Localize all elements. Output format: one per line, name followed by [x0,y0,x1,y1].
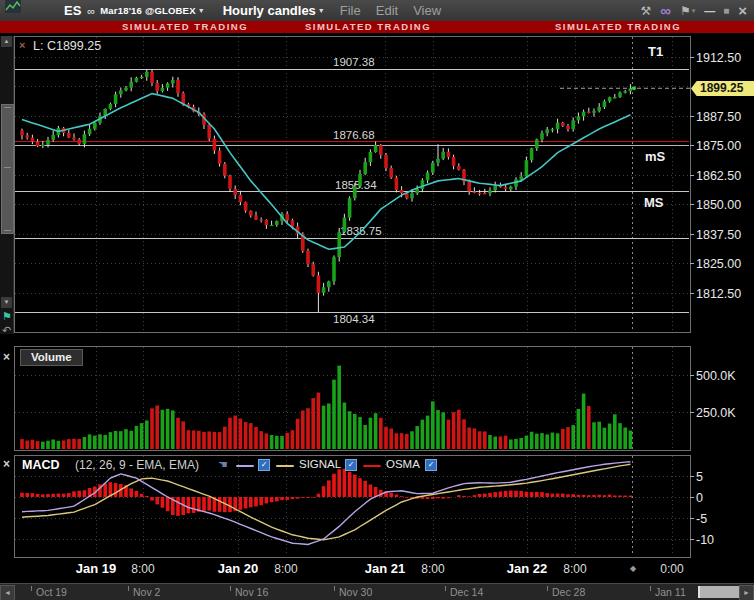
banner-text: SIMULATED TRADING [555,21,681,33]
chart-canvas[interactable]: 1912.501887.501875.001862.501850.001837.… [0,0,754,600]
axis-time-label: 8:00 [274,562,297,576]
signal-checkbox[interactable]: ✓ [345,459,357,471]
svg-text:500.0K: 500.0K [696,369,736,383]
macd-line-checkbox[interactable]: ✓ [258,459,270,471]
timeline-label: Nov 16 [235,586,268,598]
symbol-label[interactable]: ES [64,3,81,18]
volume-panel-label: Volume [20,349,83,366]
osma-checkbox[interactable]: ✓ [425,459,437,471]
time-axis: ◆ Jan 19Jan 20Jan 21Jan 228:008:008:008:… [0,558,754,582]
svg-text:1907.38: 1907.38 [333,56,375,68]
timeline-label: Nov 2 [133,586,160,598]
axis-date-label: Jan 21 [365,561,405,576]
flag-icon[interactable]: ⚑ [680,4,691,18]
hand-icon[interactable]: ☚ [218,458,228,471]
timeline-tick [445,586,446,591]
undo-icon[interactable]: ↶ [2,324,11,337]
link-icon[interactable]: ∞ [660,2,671,19]
panel-borders [14,36,690,557]
timeline-tick [31,586,32,591]
axis-time-label: 8:00 [563,562,586,576]
chevron-down-icon[interactable]: ▼ [198,7,205,14]
current-time-marker: ◆ [630,564,636,573]
signal-line-swatch [276,465,294,467]
svg-text:1812.50: 1812.50 [696,287,741,301]
price-scrollbar[interactable]: ▲ ▼ [0,36,14,334]
osma-swatch [363,465,381,467]
close-macd-button[interactable]: × [3,457,10,471]
svg-text:-10: -10 [696,533,714,547]
timeline-thumb[interactable] [698,586,742,598]
menu-view[interactable]: View [413,3,441,18]
timeline-tick [128,586,129,591]
scroll-down-button[interactable]: ▼ [1,297,12,308]
timeline-label: Oct 19 [36,586,67,598]
remove-study-button[interactable]: × [19,39,25,51]
close-button[interactable]: × [738,2,747,19]
osma-label: OSMA [386,458,420,470]
last-price-dot [632,86,636,90]
wrench-icon[interactable]: ⚒ [640,4,651,18]
axis-date-label: Jan 20 [218,561,258,576]
banner-text: SIMULATED TRADING [305,21,431,33]
simulated-trading-banner: SIMULATED TRADING SIMULATED TRADING SIMU… [0,21,754,33]
volume-bars [20,366,632,449]
axis-date-label: Jan 22 [507,561,547,576]
svg-text:250.0K: 250.0K [696,406,736,420]
svg-text:0: 0 [696,491,703,505]
timeline-label: Jan 11 [655,586,686,598]
timeline-tick [230,586,231,591]
pin-icon[interactable]: ⚑ [2,310,12,323]
svg-text:1876.68: 1876.68 [333,129,375,141]
scrollbar-thumb[interactable] [1,104,14,234]
marker-ms-major: MS [644,195,664,210]
axis-time-label: 8:00 [131,562,154,576]
svg-text:1887.50: 1887.50 [696,110,741,124]
gridlines [15,37,689,556]
trading-platform-window: 1912.501887.501875.001862.501850.001837.… [0,0,754,600]
timeline-tick [547,586,548,591]
contract-selector[interactable]: Mar18'16 @GLOBEX [100,5,196,16]
minimize-button[interactable]: — [704,5,714,17]
app-icon [5,0,21,13]
timeframe-selector[interactable]: Hourly candles [223,3,316,18]
marker-t1: T1 [648,44,663,59]
last-price-badge: 1899.25 [691,81,754,96]
svg-text:-5: -5 [696,512,707,526]
axis-time-label: 0:00 [660,562,683,576]
macd-line [22,462,630,545]
macd-axis-labels: 50-5-10 [690,470,714,547]
svg-text:1804.34: 1804.34 [333,313,375,325]
chevron-down-icon[interactable]: ▾ [692,7,696,15]
timeline-label: Nov 30 [339,586,372,598]
svg-text:1912.50: 1912.50 [696,51,741,65]
close-volume-button[interactable]: × [3,350,10,364]
svg-text:1850.00: 1850.00 [696,198,741,212]
axis-time-label: 8:00 [421,562,444,576]
timeline-right-arrow[interactable]: ► [739,585,754,600]
timeline-tick [334,586,335,591]
marker-ms-minor: mS [645,149,665,164]
macd-panel-label: MACD [22,458,60,472]
svg-text:1825.00: 1825.00 [696,257,741,271]
chevron-down-icon[interactable]: ▼ [318,7,325,14]
timeline-label: Dec 28 [552,586,585,598]
menu-edit[interactable]: Edit [376,3,398,18]
moving-average-line [22,94,630,250]
timeline-scrollbar[interactable]: ◄ ► Oct 19Nov 2Nov 16Nov 30Dec 14Dec 28J… [0,583,754,600]
maximize-button[interactable]: ■ [723,5,729,16]
svg-text:1862.50: 1862.50 [696,169,741,183]
scroll-up-button[interactable]: ▲ [1,36,12,47]
svg-text:1837.50: 1837.50 [696,228,741,242]
volume-axis-labels: 500.0K250.0K [690,369,736,420]
banner-text: SIMULATED TRADING [122,21,248,33]
signal-label: SIGNAL [299,458,341,470]
timeline-label: Dec 14 [450,586,483,598]
svg-text:5: 5 [696,470,703,484]
timeline-tick [650,586,651,591]
svg-text:1875.00: 1875.00 [696,139,741,153]
menu-file[interactable]: File [340,3,361,18]
timeline-left-arrow[interactable]: ◄ [0,585,15,600]
macd-params: (12, 26, 9 - EMA, EMA) [75,458,199,472]
infinity-icon: ∞ [87,5,95,17]
